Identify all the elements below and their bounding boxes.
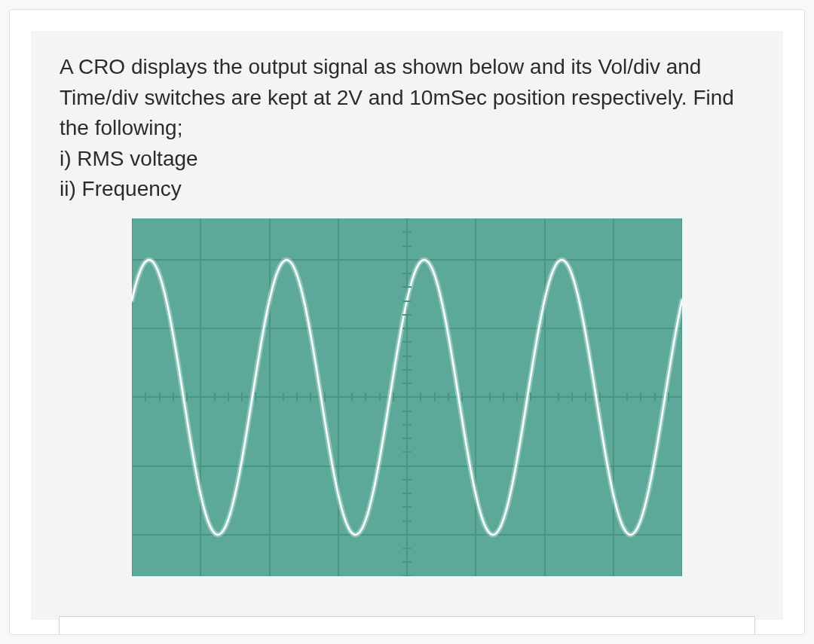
axis-tick-vertical bbox=[402, 328, 412, 329]
axis-tick-horizontal bbox=[654, 392, 656, 401]
axis-tick-vertical bbox=[402, 575, 412, 576]
axis-tick-horizontal bbox=[599, 392, 601, 401]
axis-tick-horizontal bbox=[668, 392, 669, 401]
axis-tick-horizontal bbox=[585, 392, 586, 401]
axis-tick-horizontal bbox=[338, 392, 339, 401]
axis-tick-horizontal bbox=[516, 392, 518, 401]
axis-tick-vertical bbox=[402, 218, 412, 219]
question-card: A CRO displays the output signal as show… bbox=[9, 9, 805, 635]
axis-tick-horizontal bbox=[214, 392, 216, 401]
axis-tick-horizontal bbox=[200, 392, 201, 401]
axis-tick-horizontal bbox=[420, 392, 421, 401]
axis-tick-vertical bbox=[402, 548, 412, 549]
axis-tick-horizontal bbox=[681, 392, 682, 401]
axis-tick-vertical bbox=[402, 246, 412, 247]
axis-tick-horizontal bbox=[393, 392, 394, 401]
axis-tick-vertical bbox=[402, 424, 412, 426]
axis-tick-horizontal bbox=[228, 392, 229, 401]
question-item-1: i) RMS voltage bbox=[60, 144, 754, 175]
axis-tick-horizontal bbox=[640, 392, 641, 401]
axis-tick-horizontal bbox=[448, 392, 449, 401]
axis-tick-vertical bbox=[402, 493, 412, 494]
axis-tick-horizontal bbox=[145, 392, 146, 401]
question-intro: A CRO displays the output signal as show… bbox=[60, 52, 754, 144]
axis-tick-vertical bbox=[402, 356, 412, 357]
axis-tick-horizontal bbox=[475, 392, 476, 401]
axis-tick-vertical bbox=[402, 273, 412, 274]
axis-tick-vertical bbox=[402, 506, 412, 508]
axis-tick-vertical bbox=[402, 341, 412, 343]
axis-tick-horizontal bbox=[296, 392, 298, 401]
axis-tick-vertical bbox=[402, 383, 412, 384]
cro-display-container bbox=[60, 218, 754, 576]
axis-tick-horizontal bbox=[283, 392, 284, 401]
axis-tick-horizontal bbox=[558, 392, 559, 401]
axis-tick-horizontal bbox=[434, 392, 436, 401]
axis-tick-horizontal bbox=[159, 392, 161, 401]
axis-tick-horizontal bbox=[503, 392, 504, 401]
cro-screen bbox=[132, 218, 682, 576]
axis-tick-horizontal bbox=[269, 392, 271, 401]
axis-tick-vertical bbox=[402, 396, 412, 398]
question-container: A CRO displays the output signal as show… bbox=[31, 31, 783, 620]
axis-tick-horizontal bbox=[173, 392, 174, 401]
axis-tick-horizontal bbox=[626, 392, 628, 401]
axis-tick-vertical bbox=[402, 369, 412, 371]
axis-tick-horizontal bbox=[310, 392, 311, 401]
axis-tick-vertical bbox=[402, 301, 412, 302]
axis-tick-horizontal bbox=[351, 392, 353, 401]
axis-tick-vertical bbox=[402, 479, 412, 481]
axis-tick-horizontal bbox=[255, 392, 256, 401]
axis-tick-horizontal bbox=[461, 392, 463, 401]
axis-tick-vertical bbox=[402, 411, 412, 412]
axis-tick-horizontal bbox=[379, 392, 381, 401]
axis-tick-horizontal bbox=[324, 392, 326, 401]
axis-tick-vertical bbox=[402, 520, 412, 522]
axis-tick-vertical bbox=[402, 286, 412, 288]
axis-tick-horizontal bbox=[613, 392, 614, 401]
axis-tick-vertical bbox=[402, 438, 412, 439]
axis-tick-horizontal bbox=[241, 392, 243, 401]
axis-tick-vertical bbox=[402, 534, 412, 536]
axis-tick-horizontal bbox=[365, 392, 366, 401]
axis-tick-vertical bbox=[402, 231, 412, 233]
axis-tick-horizontal bbox=[544, 392, 546, 401]
question-text: A CRO displays the output signal as show… bbox=[60, 52, 754, 205]
answer-input-frame[interactable] bbox=[59, 616, 755, 634]
axis-tick-horizontal bbox=[489, 392, 491, 401]
question-item-2: ii) Frequency bbox=[60, 174, 754, 205]
axis-tick-vertical bbox=[402, 561, 412, 563]
axis-tick-vertical bbox=[402, 451, 412, 453]
axis-tick-vertical bbox=[402, 314, 412, 316]
axis-tick-horizontal bbox=[186, 392, 188, 401]
axis-tick-horizontal bbox=[530, 392, 531, 401]
axis-tick-horizontal bbox=[132, 392, 133, 401]
axis-tick-vertical bbox=[402, 465, 412, 467]
axis-tick-horizontal bbox=[571, 392, 573, 401]
axis-tick-vertical bbox=[402, 259, 412, 261]
